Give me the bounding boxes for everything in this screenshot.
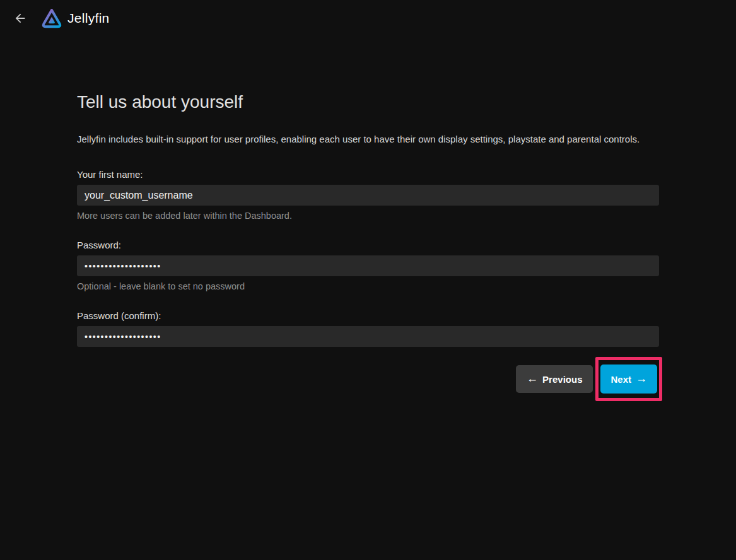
username-helper-text: More users can be added later within the… <box>77 210 659 221</box>
arrow-left-icon: ← <box>527 373 538 384</box>
page-description: Jellyfin includes built-in support for u… <box>77 133 659 146</box>
page-title: Tell us about yourself <box>77 91 659 113</box>
wizard-nav-buttons: ← Previous Next → <box>77 357 659 401</box>
back-button[interactable] <box>6 4 34 32</box>
next-button-annotation: Next → <box>595 357 662 401</box>
username-input[interactable] <box>77 185 659 206</box>
previous-button-label: Previous <box>542 374 582 385</box>
app-title: Jellyfin <box>67 11 110 26</box>
password-helper-text: Optional - leave blank to set no passwor… <box>77 281 659 292</box>
jellyfin-logo-icon <box>40 7 63 30</box>
password-input[interactable] <box>77 255 659 276</box>
username-field-group: Your first name: More users can be added… <box>77 168 659 221</box>
next-button-label: Next <box>610 374 631 385</box>
jellyfin-logo[interactable]: Jellyfin <box>40 7 110 30</box>
arrow-left-icon <box>13 11 27 25</box>
next-button[interactable]: Next → <box>600 365 657 394</box>
previous-button[interactable]: ← Previous <box>516 365 593 393</box>
username-label: Your first name: <box>77 168 659 180</box>
password-field-group: Password: Optional - leave blank to set … <box>77 239 659 292</box>
password-label: Password: <box>77 239 659 251</box>
password-confirm-input[interactable] <box>77 326 659 347</box>
password-confirm-field-group: Password (confirm): <box>77 310 659 347</box>
app-header: Jellyfin <box>0 0 736 37</box>
password-confirm-label: Password (confirm): <box>77 310 659 322</box>
arrow-right-icon: → <box>636 373 647 384</box>
setup-wizard-page: Tell us about yourself Jellyfin includes… <box>77 91 659 401</box>
